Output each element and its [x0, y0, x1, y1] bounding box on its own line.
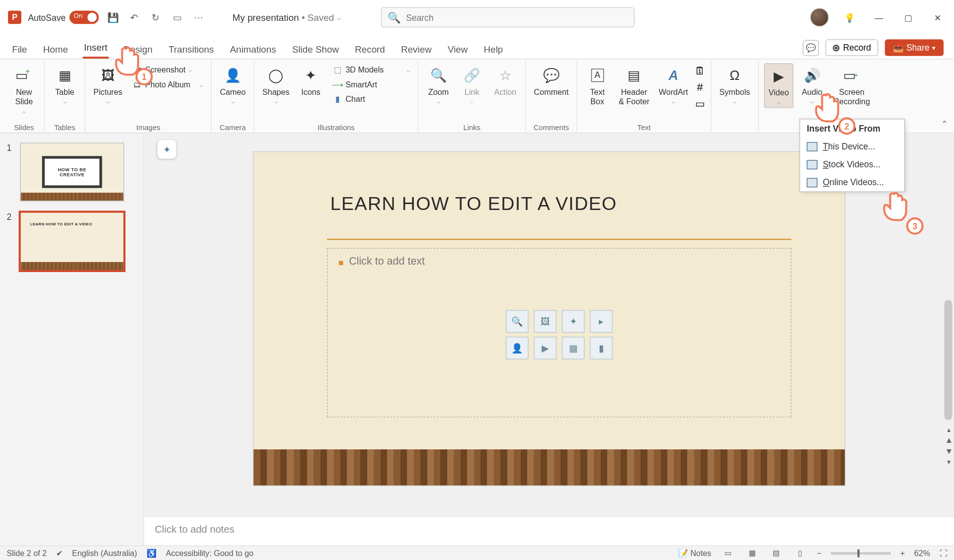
menu-this-device[interactable]: This Device...	[800, 138, 904, 155]
video-icon: ▶	[768, 66, 790, 87]
search-input[interactable]	[406, 12, 629, 22]
maximize-icon[interactable]: ▢	[899, 8, 917, 26]
zoom-level[interactable]: 62%	[914, 549, 930, 558]
next-slide-icon[interactable]: ⯆	[944, 448, 954, 458]
sorter-view-icon[interactable]: ▦	[745, 548, 760, 558]
pictures-button[interactable]: 🖼Pictures⌵	[91, 64, 125, 107]
new-slide-button[interactable]: ▭+New Slide⌵	[9, 64, 39, 117]
language-status[interactable]: English (Australia)	[72, 549, 137, 558]
smartart-button[interactable]: ⟶SmartArt	[329, 78, 412, 91]
accessibility-status[interactable]: Accessibility: Good to go	[166, 549, 253, 558]
header-footer-button[interactable]: ▤Header & Footer	[616, 64, 652, 108]
video-button[interactable]: ▶Video⌵	[764, 64, 794, 108]
action-icon: ☆	[494, 65, 516, 86]
insert-stock-image-icon[interactable]: 🔍	[506, 310, 529, 333]
save-icon[interactable]: 💾	[106, 10, 121, 25]
autosave-label: AutoSave	[28, 12, 66, 22]
screenshot-button[interactable]: 📷Screenshot⌵	[129, 64, 206, 77]
prev-slide-icon[interactable]: ⯅	[944, 437, 954, 448]
table-button[interactable]: ▦Table⌵	[50, 64, 80, 107]
slide-title[interactable]: LEARN HOW TO EDIT A VIDEO	[330, 193, 617, 214]
menu-stock-videos[interactable]: Stock Videos...	[800, 155, 904, 173]
menu-online-videos[interactable]: Online Videos...	[800, 173, 904, 191]
insert-picture-icon[interactable]: 🖼	[534, 310, 556, 333]
qat-more-icon[interactable]: ⋯	[191, 10, 206, 25]
redo-icon[interactable]: ↻	[149, 10, 163, 25]
action-button[interactable]: ☆Action	[490, 64, 520, 98]
zoom-button[interactable]: 🔍Zoom⌵	[424, 64, 453, 107]
slide-floor-graphic	[253, 449, 845, 486]
cameo-button[interactable]: 👤Cameo⌵	[217, 64, 248, 107]
search-box[interactable]: 🔍	[382, 7, 635, 27]
textbox-button[interactable]: AText Box	[583, 64, 612, 108]
thumbnail-2[interactable]: 2 LEARN HOW TO EDIT A VIDEO	[6, 212, 137, 271]
symbols-button[interactable]: ΩSymbols⌵	[716, 64, 753, 107]
reading-view-icon[interactable]: ▤	[769, 548, 784, 558]
insert-icon-icon[interactable]: ✦	[562, 310, 585, 333]
slideshow-view-icon[interactable]: ▯	[793, 548, 807, 558]
chart-button[interactable]: ▮Chart	[329, 93, 412, 106]
icons-button[interactable]: ✦Icons	[296, 64, 325, 98]
wordart-button[interactable]: AWordArt⌵	[656, 64, 691, 107]
lightbulb-icon[interactable]: 💡	[841, 8, 858, 26]
record-button[interactable]: Record	[826, 39, 878, 56]
screen-recording-button[interactable]: ▭+Screen Recording	[831, 64, 873, 108]
insert-table-icon[interactable]: ▦	[562, 337, 585, 359]
link-button[interactable]: 🔗Link⌵	[457, 64, 486, 107]
tab-review[interactable]: Review	[399, 40, 433, 59]
normal-view-icon[interactable]: ▭	[720, 548, 735, 558]
zoom-slider[interactable]	[831, 552, 891, 554]
slide-canvas[interactable]: LEARN HOW TO EDIT A VIDEO ■Click to add …	[253, 152, 845, 486]
share-button[interactable]: 📤Share▾	[885, 39, 944, 56]
fit-to-window-icon[interactable]: ⛶	[940, 549, 948, 558]
doc-title[interactable]: My presentation • Saved ⌵	[233, 12, 341, 22]
record-icon	[833, 44, 840, 51]
minimize-icon[interactable]: —	[870, 8, 887, 26]
user-avatar[interactable]	[810, 8, 829, 27]
tab-design[interactable]: Design	[122, 40, 154, 59]
autosave-toggle[interactable]: AutoSave On	[28, 10, 99, 24]
close-icon[interactable]: ✕	[929, 8, 946, 26]
tab-transitions[interactable]: Transitions	[167, 40, 215, 59]
notes-pane[interactable]: Click to add notes	[144, 516, 954, 545]
shapes-button[interactable]: ◯Shapes⌵	[260, 64, 292, 107]
toggle-switch[interactable]: On	[70, 10, 99, 24]
slide-position[interactable]: Slide 2 of 2	[6, 549, 47, 558]
tab-help[interactable]: Help	[482, 40, 504, 59]
slide-body-placeholder[interactable]: ■Click to add text 🔍 🖼 ✦ ▸ 👤 ▶ ▦ ▮	[327, 248, 792, 418]
scrollbar-thumb[interactable]	[944, 300, 952, 420]
tab-slideshow[interactable]: Slide Show	[291, 40, 340, 59]
insert-smartart-icon[interactable]: ▸	[590, 310, 613, 333]
undo-icon[interactable]: ↶	[127, 10, 142, 25]
statusbar: Slide 2 of 2 ✔ English (Australia) ♿ Acc…	[0, 546, 954, 560]
slide-divider	[327, 239, 792, 240]
zoom-out-icon[interactable]: −	[817, 549, 821, 558]
object-icon[interactable]: ▭	[695, 98, 705, 108]
scroll-down-icon[interactable]: ▼	[944, 459, 954, 469]
present-icon[interactable]: ▭	[170, 10, 185, 25]
pictures-icon: 🖼	[97, 65, 119, 86]
photo-album-button[interactable]: 🗂Photo Album⌵	[129, 78, 206, 91]
tab-view[interactable]: View	[446, 40, 469, 59]
thumbnail-1[interactable]: 1 HOW TO BE CREATIVE	[6, 142, 137, 201]
tab-animations[interactable]: Animations	[229, 40, 277, 59]
copilot-icon[interactable]: ✦	[158, 140, 176, 159]
date-time-icon[interactable]: 🗓	[695, 66, 705, 76]
comments-pane-icon[interactable]: 💬	[803, 40, 819, 56]
audio-button[interactable]: 🔊Audio⌵	[797, 64, 827, 107]
tab-home[interactable]: Home	[42, 40, 70, 59]
collapse-ribbon-icon[interactable]: ⌃	[941, 119, 948, 129]
scroll-up-icon[interactable]: ▲	[944, 427, 954, 437]
insert-chart-icon[interactable]: ▮	[590, 337, 613, 359]
tab-insert[interactable]: Insert	[82, 38, 108, 59]
zoom-in-icon[interactable]: +	[900, 549, 905, 558]
spell-check-icon[interactable]: ✔	[56, 549, 63, 558]
3dmodels-button[interactable]: ⬚3D Models⌵	[329, 64, 412, 77]
slide-number-icon[interactable]: #	[695, 82, 705, 92]
insert-cameo-icon[interactable]: 👤	[506, 337, 529, 359]
tab-record[interactable]: Record	[354, 40, 387, 59]
insert-video-icon[interactable]: ▶	[534, 337, 556, 359]
tab-file[interactable]: File	[10, 40, 28, 59]
comment-button[interactable]: 💬Comment	[531, 64, 571, 98]
notes-toggle[interactable]: 📝 Notes	[678, 549, 712, 558]
